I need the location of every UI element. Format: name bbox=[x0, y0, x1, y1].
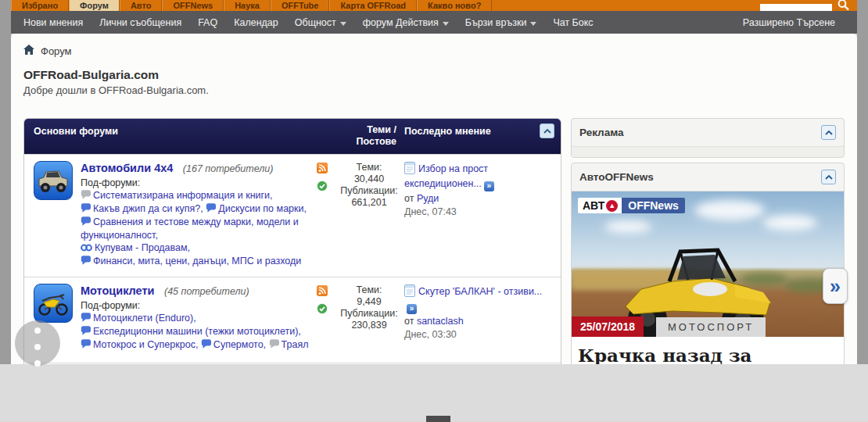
subforum-link[interactable]: Мотокрос и Суперкрос, bbox=[81, 339, 198, 350]
bubble-blue-icon bbox=[81, 339, 91, 352]
subforum-list: Мотоциклети (Enduro),Експедиционни машин… bbox=[81, 312, 312, 352]
news-panel: АвтоOFFNews bbox=[571, 163, 845, 364]
goto-last-post-icon[interactable]: » bbox=[407, 304, 417, 314]
right-frame bbox=[857, 0, 868, 364]
news-headline-link[interactable]: Крачка назад за нашите след етап 4 на Si… bbox=[572, 337, 844, 364]
bubble-blue-icon bbox=[81, 326, 91, 338]
forum-icon-4x4[interactable] bbox=[34, 161, 73, 200]
column-last-post: Последно мнение bbox=[404, 124, 553, 148]
tab-list: ИзбраноФорумАвтоOFFNewsНаукаOFFTubeКарта… bbox=[11, 0, 492, 11]
ads-panel-title: Реклама bbox=[579, 127, 624, 138]
content-area: Форум OFFRoad-Bulgaria.com Добре дошли в… bbox=[11, 34, 857, 364]
bubble-gray-icon bbox=[81, 190, 91, 202]
breadcrumb-forum[interactable]: Форум bbox=[41, 45, 72, 57]
menu-list: Нови мненияЛични съобщенияFAQКалендарОбщ… bbox=[23, 17, 610, 28]
subscribed-check-icon bbox=[317, 181, 328, 195]
page: ИзбраноФорумАвтоOFFNewsНаукаOFFTubeКарта… bbox=[0, 0, 868, 422]
subscribed-check-icon bbox=[317, 303, 328, 317]
bubble-blue-icon bbox=[201, 339, 211, 352]
tab-форум[interactable]: Форум bbox=[69, 0, 120, 11]
menu-item-faq[interactable]: FAQ bbox=[198, 17, 217, 28]
link-rings-icon bbox=[81, 242, 92, 255]
collapse-forums-button[interactable] bbox=[540, 123, 554, 138]
tab-offnews[interactable]: OFFNews bbox=[162, 0, 224, 11]
forum-row-automobili: Автомобили 4x4 (167 потребители) Под-фор… bbox=[24, 154, 561, 277]
news-article-image[interactable]: АВТ▲ OFFNews 25/07/2018 МОТОСПОРТ bbox=[572, 191, 844, 337]
subforums-label: Под-форуми: bbox=[81, 177, 312, 189]
news-panel-title: АвтоOFFNews bbox=[579, 171, 654, 183]
subforum-link[interactable]: Супермото, bbox=[201, 339, 266, 350]
forum-row-atv: ATV (9 потребители) Под-форуми: Теми bbox=[24, 363, 561, 364]
last-post-link[interactable]: Скутер 'БАЛКАН' - отзиви... bbox=[418, 286, 542, 297]
menu-item-лични-съобщения[interactable]: Лични съобщения bbox=[99, 17, 181, 28]
stats-values: Теми: 30,440 Публикации: 661,201 bbox=[334, 161, 404, 270]
news-date-badge: 25/07/2018 bbox=[572, 316, 644, 337]
subforum-link[interactable]: Дискусии по марки, bbox=[206, 203, 307, 214]
last-post-time: Днес, 07:43 bbox=[404, 206, 553, 218]
last-post-link[interactable]: Избор на прост експедиционен... bbox=[404, 163, 488, 189]
bubble-blue-icon bbox=[206, 203, 216, 216]
bottom-area bbox=[0, 364, 868, 422]
last-post-author[interactable]: Руди bbox=[417, 193, 439, 204]
rss-icon[interactable] bbox=[317, 163, 328, 177]
subforum-link[interactable]: Мотоциклети (Enduro), bbox=[81, 313, 196, 324]
subforum-link[interactable]: Траял bbox=[269, 339, 309, 350]
rss-icon[interactable] bbox=[317, 285, 328, 299]
menu-item-нови-мнения[interactable]: Нови мнения bbox=[23, 17, 83, 28]
menu-item-чат-бокс[interactable]: Чат Бокс bbox=[553, 17, 593, 28]
news-category-badge: МОТОСПОРТ bbox=[656, 317, 766, 337]
subforum-link[interactable]: Експедиционни машини (тежки мотоциклети)… bbox=[81, 326, 301, 337]
menu-item-календар[interactable]: Календар bbox=[234, 17, 278, 28]
search-box bbox=[760, 0, 832, 9]
document-icon bbox=[404, 284, 415, 300]
forum-title-link[interactable]: Автомобили 4x4 bbox=[81, 162, 173, 174]
collapse-ads-button[interactable] bbox=[821, 125, 836, 140]
last-post-author[interactable]: santaclash bbox=[417, 316, 464, 327]
ads-panel-body bbox=[572, 147, 844, 157]
forum-icon-moto[interactable] bbox=[34, 284, 73, 323]
breadcrumb: Форум bbox=[23, 45, 845, 57]
sidebar-expander-button[interactable]: » bbox=[823, 268, 848, 304]
advanced-search-link[interactable]: Разширено Търсене bbox=[743, 17, 835, 28]
collapse-news-button[interactable] bbox=[821, 170, 836, 184]
subforum-link[interactable]: Сравнения и тестове между марки, модели … bbox=[81, 216, 299, 241]
subforums-label: Под-форуми: bbox=[81, 299, 312, 312]
forum-users-count: (167 потребители) bbox=[183, 163, 274, 174]
bubble-gray-icon bbox=[269, 339, 279, 352]
tab-авто[interactable]: Авто bbox=[120, 0, 163, 11]
bubble-blue-icon bbox=[81, 313, 91, 325]
stats-values: Теми: 9,449 Публикации: 230,839 bbox=[334, 284, 404, 356]
subforum-list: Систематизирана информация и книги,Какъв… bbox=[81, 189, 312, 268]
ads-panel: Реклама bbox=[571, 118, 845, 158]
subforum-link[interactable]: Какъв джип да си купя?, bbox=[81, 203, 203, 214]
forum-row-motocikleti: Мотоциклети (45 потребители) Под-форуми:… bbox=[24, 277, 561, 363]
search-input[interactable] bbox=[760, 4, 832, 12]
forum-stats: Теми: 30,440 Публикации: 661,201 bbox=[317, 161, 404, 270]
tab-какво-ново-[interactable]: Какво ново? bbox=[417, 0, 492, 11]
tab-offtube[interactable]: OFFTube bbox=[271, 0, 329, 11]
bubble-blue-icon bbox=[81, 256, 91, 268]
chevron-down-icon bbox=[530, 17, 536, 28]
bottom-mark bbox=[426, 416, 450, 422]
left-frame bbox=[0, 0, 11, 364]
search-icon[interactable] bbox=[837, 0, 851, 11]
goto-last-post-icon[interactable]: » bbox=[484, 181, 494, 191]
subforum-link[interactable]: Систематизирана информация и книги, bbox=[81, 190, 273, 201]
tab-карта-offroad[interactable]: Карта OFFRoad bbox=[329, 0, 417, 11]
document-icon bbox=[404, 162, 415, 177]
last-post-time: Днес, 03:30 bbox=[404, 328, 553, 341]
page-subtitle: Добре дошли в OFFRoad-Bulgaria.com. bbox=[23, 84, 845, 96]
menu-item-бързи-връзки[interactable]: Бързи връзки bbox=[465, 17, 537, 28]
home-icon[interactable] bbox=[23, 45, 34, 57]
subforum-link[interactable]: Купувам - Продавам, bbox=[81, 242, 190, 253]
tab-избрано[interactable]: Избрано bbox=[11, 0, 69, 11]
tab-наука[interactable]: Наука bbox=[224, 0, 271, 11]
menu-item-форум-действия[interactable]: форум Действия bbox=[363, 17, 449, 28]
subforum-link[interactable]: Финанси, мита, цени, данъци, МПС и разхо… bbox=[81, 256, 301, 266]
forum-title-link[interactable]: Мотоциклети bbox=[81, 284, 155, 297]
chevron-down-icon bbox=[443, 17, 449, 28]
menu-item-общност[interactable]: Общност bbox=[295, 17, 346, 28]
forums-panel: Основни форуми Теми / Постове Последно м… bbox=[23, 118, 561, 364]
floating-menu-button[interactable] bbox=[15, 320, 60, 366]
last-post: Скутер 'БАЛКАН' - отзиви...» от santacla… bbox=[404, 284, 553, 356]
